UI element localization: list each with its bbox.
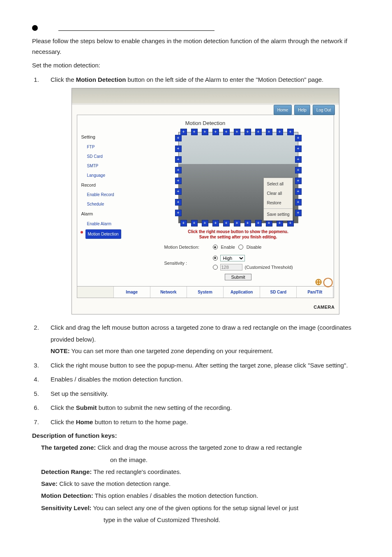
tab-network[interactable]: Network	[150, 287, 187, 298]
step-2-note-label: NOTE:	[51, 347, 70, 354]
step-7-a: Click the	[51, 418, 76, 425]
dr-label: Detection Range:	[41, 468, 92, 475]
submit-button[interactable]: Submit	[225, 274, 251, 280]
step-4: Enables / disables the motion detection …	[41, 374, 360, 386]
sidebar-item-sdcard[interactable]: SD Card	[87, 153, 139, 160]
md-label: Motion Detection:	[41, 492, 93, 499]
sensitivity-select[interactable]: High	[220, 255, 245, 261]
desc-save: Save: Click to save the motion detection…	[41, 478, 360, 490]
step-6-c: button to submit the new setting of the …	[97, 404, 232, 411]
video-preview[interactable]: +++++++++++ +++++++++++ ++++++++	[178, 132, 298, 223]
step-6-a: Click the	[51, 404, 76, 411]
zone-handles-right[interactable]: ++++++++	[295, 135, 302, 216]
desc-sensitivity-level: Sensitivity Level: You can select any on…	[41, 502, 360, 514]
step-3: Click the right mouse button to see the …	[41, 360, 360, 372]
step-2-text: Click and drag the left mouse button acr…	[51, 324, 351, 343]
function-keys-list: The targeted zone: Click and drag the mo…	[41, 441, 360, 526]
step-1-text-a: Click the	[51, 76, 76, 83]
app-window: Home Help Log Out Motion Detection Setti…	[71, 88, 339, 314]
md-enable-radio[interactable]	[213, 245, 218, 250]
tab-blank	[77, 287, 114, 298]
brand-logo: ⊕◯	[315, 273, 333, 291]
step-6-bold: Submit	[76, 404, 97, 411]
sidebar-item-schedule[interactable]: Schedule	[87, 200, 139, 208]
help-button[interactable]: Help	[294, 105, 310, 115]
plus-icon[interactable]: +	[180, 129, 187, 135]
step-2-note-text: You can set more than one targeted zone …	[70, 347, 273, 354]
step-1-text-c: button on the left side of the Alarm to …	[126, 76, 323, 83]
logout-button[interactable]: Log Out	[313, 105, 335, 115]
desc-detection-range: Detection Range: The red rectangle's coo…	[41, 466, 360, 478]
step-7-c: button to return to the home page.	[93, 418, 188, 425]
sensitivity-preset-radio[interactable]	[213, 256, 218, 261]
zone-handles-left[interactable]: ++++++++	[175, 135, 182, 216]
zone-handles-top[interactable]: +++++++++++	[180, 129, 294, 135]
logo-arrow-icon: ⊕	[315, 273, 322, 291]
ctx-restore[interactable]: Restore	[264, 198, 293, 208]
steps-list: Click the Motion Detection button on the…	[32, 74, 360, 428]
hint-text: Click the right mouse button to show the…	[188, 229, 288, 240]
ctx-clear-all[interactable]: Clear all	[264, 189, 293, 198]
tab-sdcard[interactable]: SD Card	[260, 287, 297, 298]
md-enable-label: Enable	[221, 243, 235, 252]
desc-targeted-zone: The targeted zone: Click and drag the mo…	[41, 441, 360, 453]
md-disable-label: Disable	[247, 243, 262, 252]
camera-label: CAMERA	[72, 301, 339, 314]
tz-text: Click and drag the mouse across the targ…	[96, 444, 302, 451]
tab-system[interactable]: System	[187, 287, 224, 298]
sidebar-item-ftp[interactable]: FTP	[87, 143, 139, 151]
home-button[interactable]: Home	[274, 105, 292, 115]
sl-label: Sensitivity Level:	[41, 504, 92, 511]
step-2: Click and drag the left mouse button acr…	[41, 322, 360, 357]
section-bullet-heading	[32, 25, 360, 31]
top-link-bar: Home Help Log Out	[274, 105, 335, 115]
main-column: +++++++++++ +++++++++++ ++++++++	[145, 132, 332, 284]
sidebar-item-enable-alarm[interactable]: Enable Alarm	[87, 220, 139, 228]
content-panel: Motion Detection Setting FTP SD Card SMT…	[77, 115, 334, 298]
md-disable-radio[interactable]	[238, 245, 243, 250]
intro-paragraph-2: Set the motion detection:	[32, 60, 360, 71]
step-1-bold: Motion Detection	[76, 76, 126, 83]
sidebar-item-language[interactable]: Language	[87, 171, 139, 179]
tab-application[interactable]: Application	[224, 287, 260, 298]
ctx-separator	[264, 208, 293, 209]
ctx-save-setting[interactable]: Save setting	[264, 210, 293, 219]
sensitivity-label: Sensitivity :	[164, 259, 210, 268]
md-label: Motion Detection:	[164, 243, 210, 252]
threshold-input[interactable]	[220, 264, 242, 270]
threshold-note: (Customized Threshold)	[245, 263, 293, 272]
step-6: Click the Submit button to submit the ne…	[41, 402, 360, 414]
embedded-screenshot: Home Help Log Out Motion Detection Setti…	[51, 88, 360, 314]
sl-text: You can select any one of the given opti…	[92, 504, 299, 511]
desc-motion-detection: Motion Detection: This option enables / …	[41, 490, 360, 502]
window-header-bar	[72, 88, 339, 103]
sidebar-item-enable-record[interactable]: Enable Record	[87, 191, 139, 199]
sidebar-group-record: Record	[81, 181, 139, 190]
function-keys-heading: Description of function keys:	[32, 432, 360, 439]
sv-label: Save:	[41, 480, 58, 487]
tab-image[interactable]: Image	[114, 287, 150, 298]
controls-block: Motion Detection: Enable Disable Sensiti…	[164, 243, 312, 272]
bottom-tabs: Image Network System Application SD Card…	[77, 286, 334, 298]
sensitivity-custom-radio[interactable]	[213, 265, 218, 270]
hint-line-2: Save the setting after you finish editin…	[188, 234, 288, 240]
sidebar-item-smtp[interactable]: SMTP	[87, 162, 139, 170]
sidebar-group-alarm: Alarm	[81, 210, 139, 218]
context-menu[interactable]: Select all Clear all Restore Save settin…	[263, 178, 293, 221]
ctx-select-all[interactable]: Select all	[264, 179, 293, 189]
bullet-dot-icon	[32, 25, 38, 31]
step-1: Click the Motion Detection button on the…	[41, 74, 360, 315]
step-7: Click the Home button to return to the h…	[41, 416, 360, 428]
sl-cont: type in the value of Customized Threshol…	[104, 514, 360, 526]
sidebar: Setting FTP SD Card SMTP Language Record…	[80, 132, 141, 284]
step-7-bold: Home	[76, 418, 93, 425]
sv-text: Click to save the motion detection range…	[58, 480, 171, 487]
zone-handles-bottom[interactable]: +++++++++++	[180, 220, 294, 226]
step-5: Set up the sensitivity.	[41, 388, 360, 400]
sidebar-item-motion-detection[interactable]: Motion Detection	[85, 229, 121, 239]
tz-cont: on the image.	[110, 454, 360, 466]
heading-underline	[58, 25, 214, 31]
md-text: This option enables / disables the motio…	[93, 492, 258, 499]
hint-line-1: Click the right mouse button to show the…	[188, 229, 288, 234]
tz-label: The targeted zone:	[41, 444, 96, 451]
